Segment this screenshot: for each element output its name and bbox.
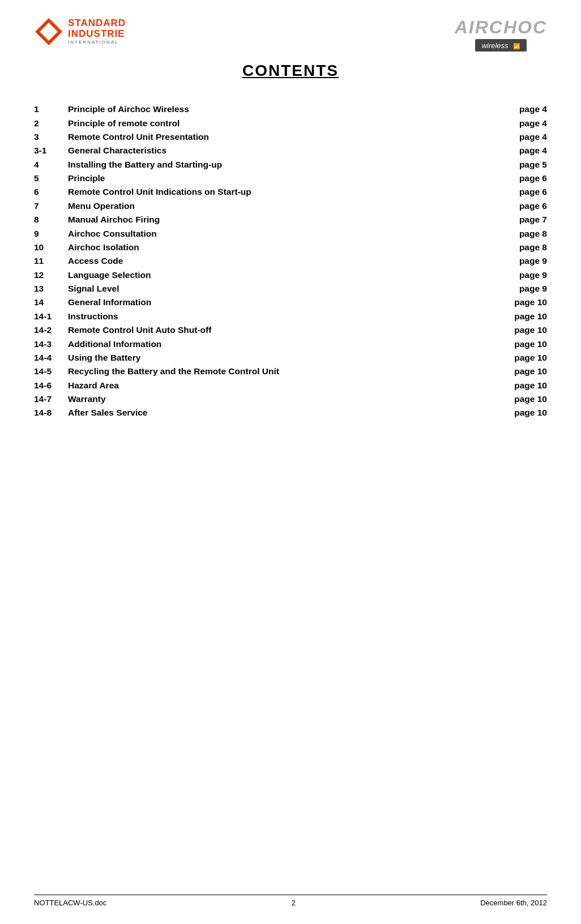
- toc-label: Hazard Area: [68, 379, 483, 392]
- toc-page: page 9: [483, 268, 547, 282]
- toc-page: page 10: [483, 406, 547, 420]
- airchoc-brand-text: AIRCHOC: [455, 17, 547, 38]
- wifi-icon: 📶: [513, 43, 520, 49]
- toc-page: page 10: [483, 392, 547, 406]
- toc-row: 14-3Additional Informationpage 10: [34, 337, 547, 350]
- toc-label: Remote Control Unit Presentation: [68, 130, 483, 144]
- toc-number: 3-1: [34, 144, 68, 157]
- toc-number: 1: [34, 102, 68, 116]
- toc-row: 2Principle of remote controlpage 4: [34, 116, 547, 130]
- toc-label: Access Code: [68, 254, 483, 268]
- toc-number: 7: [34, 199, 68, 213]
- toc-number: 11: [34, 254, 68, 268]
- toc-label: Airchoc Consultation: [68, 226, 483, 240]
- toc-row: 5 Principlepage 6: [34, 172, 547, 185]
- toc-label: Additional Information: [68, 337, 483, 350]
- toc-page: page 6: [483, 199, 547, 213]
- header: STANDARD INDUSTRIE INTERNATIONAL AIRCHOC…: [34, 17, 547, 52]
- toc-number: 14: [34, 296, 68, 309]
- standard-industrie-icon: [34, 17, 63, 46]
- toc-number: 14-1: [34, 310, 68, 323]
- page-title: CONTENTS: [34, 62, 547, 80]
- toc-page: page 8: [483, 226, 547, 240]
- toc-row: 12Language Selectionpage 9: [34, 268, 547, 282]
- toc-number: 10: [34, 241, 68, 254]
- toc-row: 10Airchoc Isolationpage 8: [34, 241, 547, 254]
- toc-page: page 4: [483, 102, 547, 116]
- toc-number: 12: [34, 268, 68, 282]
- toc-row: 3Remote Control Unit Presentationpage 4: [34, 130, 547, 144]
- toc-number: 14-7: [34, 392, 68, 406]
- toc-page: page 10: [483, 323, 547, 337]
- toc-row: 8Manual Airchoc Firingpage 7: [34, 213, 547, 226]
- toc-number: 14-6: [34, 379, 68, 392]
- toc-label: Airchoc Isolation: [68, 241, 483, 254]
- toc-number: 14-4: [34, 351, 68, 365]
- footer: NOTTELACW-US.doc 2 December 6th, 2012: [34, 895, 547, 907]
- toc-row: 14-8After Sales Servicepage 10: [34, 406, 547, 420]
- toc-row: 1Principle of Airchoc Wirelesspage 4: [34, 102, 547, 116]
- wireless-label: wireless: [482, 41, 509, 50]
- toc-label: Menu Operation: [68, 199, 483, 213]
- toc-page: page 6: [483, 185, 547, 199]
- toc-row: 14-6 Hazard Areapage 10: [34, 379, 547, 392]
- toc-table: 1Principle of Airchoc Wirelesspage 42Pri…: [34, 102, 547, 420]
- toc-number: 13: [34, 282, 68, 296]
- footer-filename: NOTTELACW-US.doc: [34, 899, 106, 907]
- logo-industrie: INDUSTRIE: [68, 29, 126, 40]
- toc-label: Manual Airchoc Firing: [68, 213, 483, 226]
- logo-left: STANDARD INDUSTRIE INTERNATIONAL: [34, 17, 126, 46]
- toc-label: Instructions: [68, 310, 483, 323]
- toc-page: page 4: [483, 130, 547, 144]
- toc-page: page 10: [483, 337, 547, 350]
- toc-number: 4: [34, 158, 68, 172]
- toc-page: page 4: [483, 144, 547, 157]
- toc-label: Warranty: [68, 392, 483, 406]
- toc-label: After Sales Service: [68, 406, 483, 420]
- page: STANDARD INDUSTRIE INTERNATIONAL AIRCHOC…: [0, 0, 581, 924]
- toc-row: 14-4 Using the Batterypage 10: [34, 351, 547, 365]
- toc-label: Principle of Airchoc Wireless: [68, 102, 483, 116]
- toc-row: 14-7 Warrantypage 10: [34, 392, 547, 406]
- toc-number: 3: [34, 130, 68, 144]
- toc-label: Signal Level: [68, 282, 483, 296]
- toc-number: 6: [34, 185, 68, 199]
- toc-number: 14-3: [34, 337, 68, 350]
- toc-row: 3-1General Characteristicspage 4: [34, 144, 547, 157]
- toc-row: 6Remote Control Unit Indications on Star…: [34, 185, 547, 199]
- logo-standard: STANDARD: [68, 18, 126, 29]
- toc-page: page 9: [483, 254, 547, 268]
- toc-page: page 10: [483, 365, 547, 378]
- toc-label: Remote Control Unit Indications on Start…: [68, 185, 483, 199]
- toc-row: 13Signal Levelpage 9: [34, 282, 547, 296]
- toc-page: page 4: [483, 116, 547, 130]
- toc-row: 14-1Instructionspage 10: [34, 310, 547, 323]
- toc-number: 8: [34, 213, 68, 226]
- toc-page: page 6: [483, 172, 547, 185]
- toc-number: 9: [34, 226, 68, 240]
- logo-international: INTERNATIONAL: [68, 40, 126, 45]
- toc-number: 14-2: [34, 323, 68, 337]
- toc-number: 5: [34, 172, 68, 185]
- toc-row: 4Installing the Battery and Starting-upp…: [34, 158, 547, 172]
- toc-label: Principle: [68, 172, 483, 185]
- toc-page: page 10: [483, 379, 547, 392]
- toc-label: Recycling the Battery and the Remote Con…: [68, 365, 483, 378]
- toc-label: Principle of remote control: [68, 116, 483, 130]
- toc-page: page 8: [483, 241, 547, 254]
- toc-label: Language Selection: [68, 268, 483, 282]
- toc-row: 7Menu Operationpage 6: [34, 199, 547, 213]
- toc-page: page 10: [483, 310, 547, 323]
- toc-number: 2: [34, 116, 68, 130]
- wireless-badge: wireless 📶: [475, 39, 527, 52]
- toc-row: 11Access Codepage 9: [34, 254, 547, 268]
- toc-page: page 10: [483, 296, 547, 309]
- toc-number: 14-8: [34, 406, 68, 420]
- footer-date: December 6th, 2012: [480, 899, 547, 907]
- logo-text-block: STANDARD INDUSTRIE INTERNATIONAL: [68, 18, 126, 45]
- toc-row: 14-5Recycling the Battery and the Remote…: [34, 365, 547, 378]
- toc-label: Remote Control Unit Auto Shut-off: [68, 323, 483, 337]
- toc-row: 14-2Remote Control Unit Auto Shut-offpag…: [34, 323, 547, 337]
- footer-page-number: 2: [292, 899, 296, 907]
- toc-page: page 7: [483, 213, 547, 226]
